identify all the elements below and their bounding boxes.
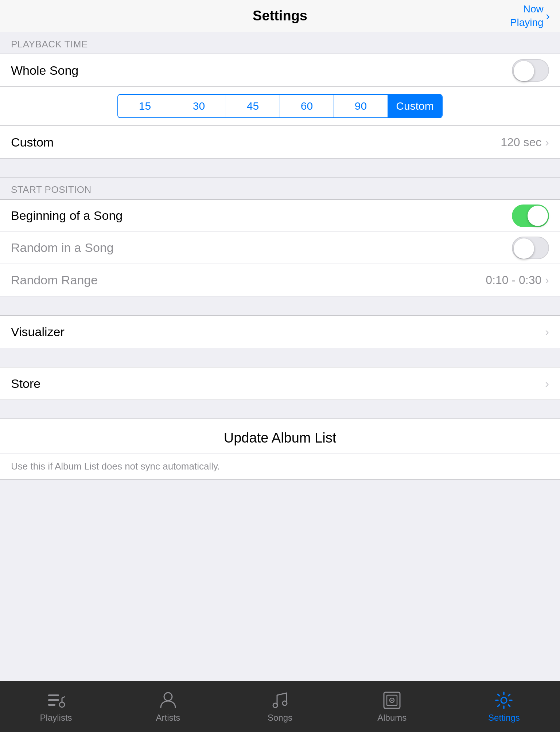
start-position-section-header: START POSITION: [0, 178, 560, 199]
whole-song-row: Whole Song: [0, 54, 560, 87]
svg-rect-0: [48, 694, 59, 696]
tab-songs[interactable]: Songs: [224, 687, 336, 727]
random-range-chevron-icon: ›: [545, 273, 549, 287]
store-chevron-icon: ›: [545, 377, 549, 390]
seg-60[interactable]: 60: [280, 95, 334, 117]
svg-rect-1: [48, 699, 59, 701]
tab-artists-label: Artists: [156, 713, 180, 723]
beginning-label: Beginning of a Song: [11, 209, 122, 223]
random-label: Random in a Song: [11, 241, 114, 255]
start-position-card: Beginning of a Song Random in a Song Ran…: [0, 199, 560, 296]
custom-row[interactable]: Custom 120 sec ›: [0, 126, 560, 159]
seg-30[interactable]: 30: [172, 95, 226, 117]
whole-song-toggle-thumb: [514, 61, 534, 81]
seg-custom[interactable]: Custom: [388, 95, 442, 117]
custom-value-container: 120 sec ›: [501, 136, 549, 149]
seg-90[interactable]: 90: [334, 95, 388, 117]
update-description: Use this if Album List does not sync aut…: [0, 453, 560, 479]
visualizer-card: Visualizer ›: [0, 315, 560, 348]
spacer-1: [0, 159, 560, 178]
beginning-toggle-thumb: [528, 206, 548, 226]
page-title: Settings: [253, 8, 307, 24]
tab-playlists[interactable]: Playlists: [0, 687, 112, 727]
update-title[interactable]: Update Album List: [0, 419, 560, 453]
svg-line-5: [62, 697, 65, 698]
spacer-3: [0, 348, 560, 367]
spacer-2: [0, 296, 560, 315]
artists-icon: [159, 691, 178, 710]
spacer-4: [0, 400, 560, 419]
svg-point-8: [283, 701, 287, 705]
beginning-row: Beginning of a Song: [0, 200, 560, 232]
now-playing-chevron-icon: ›: [546, 8, 550, 24]
seg-15[interactable]: 15: [118, 95, 172, 117]
store-row[interactable]: Store ›: [0, 367, 560, 400]
albums-icon: [382, 691, 401, 710]
random-row: Random in a Song: [0, 232, 560, 264]
random-toggle-thumb: [514, 238, 534, 259]
tab-artists[interactable]: Artists: [112, 687, 224, 727]
now-playing-line1: Now: [510, 3, 544, 16]
header: Settings Now Playing ›: [0, 0, 560, 32]
random-range-label: Random Range: [11, 273, 98, 287]
content-area: [0, 480, 560, 681]
songs-icon: [271, 691, 289, 710]
now-playing-button[interactable]: Now Playing ›: [510, 3, 550, 29]
tab-songs-label: Songs: [268, 713, 292, 723]
store-card: Store ›: [0, 367, 560, 400]
visualizer-chevron-icon: ›: [545, 325, 549, 339]
random-range-row[interactable]: Random Range 0:10 - 0:30 ›: [0, 264, 560, 296]
update-section: Update Album List Use this if Album List…: [0, 419, 560, 480]
random-range-value: 0:10 - 0:30: [486, 273, 541, 287]
playlists-icon: [47, 691, 66, 710]
random-range-value-container: 0:10 - 0:30 ›: [486, 273, 549, 287]
store-label: Store: [11, 377, 40, 391]
tab-settings[interactable]: Settings: [448, 687, 560, 727]
svg-point-13: [501, 697, 507, 703]
visualizer-label: Visualizer: [11, 325, 65, 339]
svg-point-12: [391, 700, 393, 701]
beginning-toggle[interactable]: [512, 205, 549, 227]
custom-label: Custom: [11, 135, 54, 149]
tab-playlists-label: Playlists: [40, 713, 72, 723]
playback-time-section-header: PLAYBACK TIME: [0, 32, 560, 54]
random-toggle[interactable]: [512, 237, 549, 259]
now-playing-line2: Playing: [510, 16, 544, 29]
svg-rect-2: [48, 704, 55, 706]
tab-settings-label: Settings: [488, 713, 520, 723]
custom-value: 120 sec: [501, 136, 541, 149]
settings-icon: [494, 691, 513, 710]
svg-point-3: [59, 702, 65, 707]
svg-point-6: [164, 693, 172, 701]
seg-45[interactable]: 45: [226, 95, 280, 117]
tab-bar: Playlists Artists Songs Albums Settings: [0, 681, 560, 732]
playback-time-segmented-container: 15 30 45 60 90 Custom: [0, 87, 560, 126]
playback-time-segmented-control: 15 30 45 60 90 Custom: [117, 94, 443, 118]
visualizer-row[interactable]: Visualizer ›: [0, 316, 560, 348]
tab-albums-label: Albums: [377, 713, 407, 723]
custom-chevron-icon: ›: [545, 136, 549, 149]
whole-song-label: Whole Song: [11, 63, 78, 78]
tab-albums[interactable]: Albums: [336, 687, 448, 727]
whole-song-toggle[interactable]: [512, 59, 549, 82]
svg-point-7: [273, 703, 277, 708]
